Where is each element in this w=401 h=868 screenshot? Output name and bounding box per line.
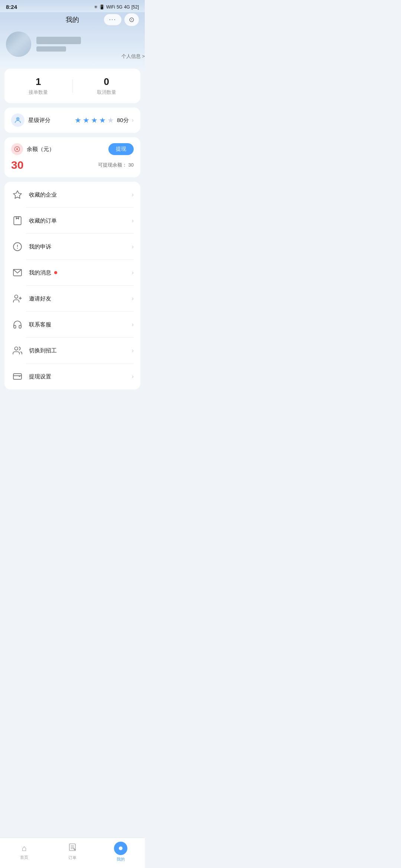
menu-item-messages[interactable]: 我的消息 ›	[4, 260, 140, 286]
menu-chevron-favorites-order: ›	[132, 217, 134, 224]
balance-card: ¥ 余额（元） 提现 30 可提现余额： 30	[4, 137, 140, 177]
rating-label: 星级评分	[28, 117, 50, 124]
menu-label-favorites-order: 收藏的订单	[29, 217, 132, 224]
headphones-icon	[11, 318, 24, 331]
mail-icon	[11, 266, 24, 279]
stats-card: 1 接单数量 0 取消数量	[4, 69, 140, 103]
balance-icon: ¥	[11, 143, 23, 155]
bluetooth-icon: ✳	[94, 4, 98, 10]
withdraw-button[interactable]: 提现	[108, 143, 134, 155]
status-time: 8:24	[6, 4, 17, 10]
menu-item-invite[interactable]: 邀请好友 ›	[4, 286, 140, 312]
content-scroll: 1 接单数量 0 取消数量 星级评分 ★ ★ ★ ★ ★ 80分 ›	[0, 69, 145, 424]
order-count-stat: 1 接单数量	[4, 76, 72, 96]
menu-label-messages: 我的消息	[29, 269, 132, 276]
balance-available: 可提现余额： 30	[98, 162, 134, 168]
rating-stars: ★ ★ ★ ★ ★	[75, 116, 114, 125]
menu-label-favorites-company: 收藏的企业	[29, 191, 132, 198]
more-options-button[interactable]: ···	[104, 14, 121, 25]
star-3: ★	[91, 116, 98, 125]
menu-chevron-support: ›	[132, 321, 134, 328]
balance-amount: 30	[11, 159, 23, 171]
svg-point-10	[14, 295, 18, 298]
personal-info-link[interactable]: 个人信息 >	[121, 53, 145, 60]
menu-chevron-invite: ›	[132, 295, 134, 302]
star-1: ★	[75, 116, 81, 125]
user-switch-icon	[11, 344, 24, 357]
menu-item-switch-employer[interactable]: 切换到招工 ›	[4, 338, 140, 364]
star-5: ★	[107, 116, 114, 125]
menu-label-switch-employer: 切换到招工	[29, 347, 132, 354]
status-bar: 8:24 ✳ 📳 WiFi 5G 4G [52]	[0, 0, 145, 12]
signal-4g-icon: 4G	[124, 4, 130, 10]
svg-text:¥: ¥	[16, 148, 18, 151]
menu-item-favorites-order[interactable]: 收藏的订单 ›	[4, 208, 140, 234]
profile-id	[36, 46, 66, 52]
menu-chevron-switch-employer: ›	[132, 347, 134, 354]
menu-label-withdraw-settings: 提现设置	[29, 373, 132, 380]
profile-section	[6, 32, 139, 57]
menu-item-support[interactable]: 联系客服 ›	[4, 312, 140, 338]
menu-chevron-favorites-company: ›	[132, 191, 134, 198]
vibrate-icon: 📳	[99, 4, 105, 10]
user-plus-icon	[11, 292, 24, 305]
menu-item-complaints[interactable]: 我的申诉 ›	[4, 234, 140, 260]
star-2: ★	[83, 116, 89, 125]
star-4: ★	[99, 116, 106, 125]
svg-marker-4	[13, 191, 22, 198]
cancel-count-stat: 0 取消数量	[73, 76, 141, 96]
rating-score: 80分	[117, 117, 129, 124]
bookmark-icon	[11, 214, 24, 227]
menu-card: 收藏的企业 › 收藏的订单 › 我的申诉 › 我的消息	[4, 182, 140, 389]
svg-point-1	[17, 118, 19, 120]
menu-item-withdraw-settings[interactable]: 提现设置 ›	[4, 364, 140, 389]
menu-label-support: 联系客服	[29, 321, 132, 328]
cancel-count-label: 取消数量	[73, 89, 141, 96]
avatar	[6, 32, 31, 57]
rating-card[interactable]: 星级评分 ★ ★ ★ ★ ★ 80分 ›	[4, 108, 140, 133]
profile-name	[36, 37, 81, 44]
camera-button[interactable]: ⊙	[124, 13, 139, 26]
page-title: 我的	[66, 15, 79, 24]
menu-label-invite: 邀请好友	[29, 295, 132, 302]
status-icons: ✳ 📳 WiFi 5G 4G [52]	[94, 4, 139, 10]
order-count-value: 1	[4, 76, 72, 88]
menu-label-complaints: 我的申诉	[29, 243, 132, 250]
signal-5g-icon: 5G	[117, 4, 123, 10]
wallet-icon	[11, 370, 24, 383]
rating-icon	[11, 114, 25, 127]
header: 我的 ··· ⊙ 个人信息 >	[0, 12, 145, 69]
order-count-label: 接单数量	[4, 89, 72, 96]
menu-chevron-withdraw-settings: ›	[132, 373, 134, 380]
header-actions: ··· ⊙	[104, 13, 139, 26]
svg-point-13	[14, 347, 18, 350]
alert-circle-icon	[11, 240, 24, 253]
cancel-count-value: 0	[73, 76, 141, 88]
rating-chevron: ›	[132, 117, 134, 124]
menu-chevron-complaints: ›	[132, 243, 134, 250]
svg-rect-14	[13, 374, 22, 379]
star-icon	[11, 188, 24, 201]
balance-row: 30 可提现余额： 30	[11, 159, 134, 171]
wifi-icon: WiFi	[106, 4, 115, 10]
menu-item-favorites-company[interactable]: 收藏的企业 ›	[4, 182, 140, 208]
profile-info	[36, 37, 139, 52]
balance-label: 余额（元）	[27, 146, 55, 153]
avatar-image	[6, 32, 31, 57]
battery-icon: [52]	[131, 4, 139, 10]
balance-header: ¥ 余额（元） 提现	[11, 143, 134, 155]
menu-chevron-messages: ›	[132, 269, 134, 276]
notification-dot-messages	[54, 271, 57, 274]
header-top: 我的 ··· ⊙	[6, 15, 139, 24]
